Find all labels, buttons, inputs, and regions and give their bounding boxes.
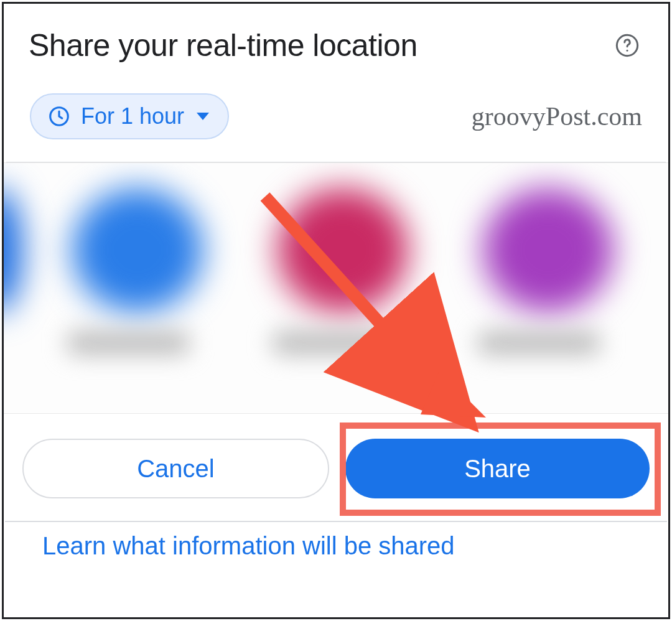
duration-selector[interactable]: For 1 hour <box>30 93 229 139</box>
contact-avatar <box>72 188 203 312</box>
chevron-down-icon <box>197 113 209 120</box>
footer: Learn what information will be shared <box>5 521 667 585</box>
dialog-header: Share your real-time location <box>4 4 668 81</box>
clock-icon <box>47 105 71 128</box>
dialog-title: Share your real-time location <box>29 27 418 63</box>
share-button[interactable]: Share <box>345 439 650 498</box>
button-row: Cancel Share <box>4 414 668 521</box>
contact-avatar <box>278 188 408 312</box>
contact-avatar <box>4 188 22 312</box>
duration-row: For 1 hour groovyPost.com <box>4 81 668 158</box>
watermark-text: groovyPost.com <box>472 101 642 131</box>
svg-point-1 <box>627 50 628 52</box>
duration-label: For 1 hour <box>81 103 184 129</box>
help-icon[interactable] <box>614 32 641 59</box>
dialog-container: Share your real-time location For 1 hour… <box>2 2 670 619</box>
info-link[interactable]: Learn what information will be shared <box>42 532 455 559</box>
contact-avatar <box>483 188 614 312</box>
contacts-carousel[interactable] <box>4 162 668 414</box>
contact-name-blur <box>271 331 396 355</box>
cancel-button[interactable]: Cancel <box>22 439 329 498</box>
contact-name-blur <box>477 331 601 355</box>
contact-name-blur <box>66 331 190 355</box>
